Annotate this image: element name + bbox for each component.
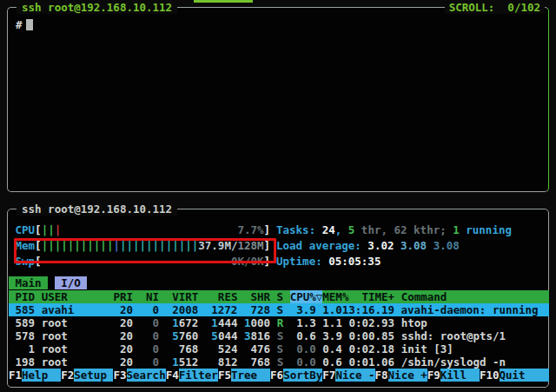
f4-filter-button[interactable]: Filter bbox=[179, 369, 218, 382]
shell-prompt[interactable]: # bbox=[16, 18, 33, 31]
window-activity-indicator bbox=[194, 0, 253, 3]
f6-sortby-button[interactable]: SortBy bbox=[283, 369, 322, 382]
process-table-header[interactable]: PID USER PRI NI VIRT RES SHR S CPU%▽MEM%… bbox=[9, 290, 549, 303]
tab-bar: Main I/O bbox=[9, 276, 87, 289]
f5-tree-button[interactable]: Tree bbox=[231, 369, 270, 382]
bottom-pane-title: ssh root@192.168.10.112 bbox=[17, 203, 177, 216]
function-key-bar: F1Help F2Setup F3SearchF4FilterF5Tree F6… bbox=[9, 369, 549, 382]
f1-help-button[interactable]: Help bbox=[22, 369, 61, 382]
uptime: Uptime: 05:05:35 bbox=[276, 255, 381, 268]
f7-nice-minus-button[interactable]: Nice - bbox=[335, 369, 374, 382]
process-row[interactable]: 198 root 20 0 1512 812 768 S 0.0 0.6 0:0… bbox=[9, 355, 506, 369]
sort-column-cpu[interactable]: CPU%▽ bbox=[290, 290, 323, 303]
top-pane-title: ssh root@192.168.10.112 bbox=[17, 1, 177, 14]
tab-io[interactable]: I/O bbox=[55, 276, 88, 289]
terminal-pane-top[interactable]: ssh root@192.168.10.112 SCROLL: 0/102 bbox=[7, 7, 549, 192]
mem-highlight-annotation bbox=[14, 238, 276, 263]
tab-main[interactable]: Main bbox=[9, 276, 48, 289]
f9-kill-button[interactable]: Kill bbox=[440, 369, 480, 382]
f8-nice-plus-button[interactable]: Nice + bbox=[388, 369, 427, 382]
f2-setup-button[interactable]: Setup bbox=[74, 369, 113, 382]
tasks-summary: Tasks: 24, 5 thr, 62 kthr; 1 running bbox=[276, 223, 512, 236]
process-row[interactable]: 589 root 20 0 1672 1444 1000 R 1.3 1.1 0… bbox=[9, 316, 427, 329]
scroll-position-indicator: SCROLL: 0/102 bbox=[445, 1, 545, 14]
process-row[interactable]: 1 root 20 0 768 524 476 S 0.0 0.4 0:02.1… bbox=[9, 342, 453, 355]
process-row-selected[interactable]: 585 avahi 20 0 2008 1272 728 S 3.9 1.013… bbox=[9, 303, 549, 316]
cpu-meter: CPU[||| 7.7%] bbox=[9, 223, 270, 236]
f3-search-button[interactable]: Search bbox=[127, 369, 166, 382]
process-row[interactable]: 578 root 20 0 5760 5044 3816 S 0.6 3.9 0… bbox=[9, 329, 506, 342]
terminal-cursor bbox=[26, 19, 33, 30]
f10-quit-button[interactable]: Quit bbox=[500, 369, 549, 382]
load-average: Load average: 3.02 3.08 3.08 bbox=[276, 239, 460, 252]
